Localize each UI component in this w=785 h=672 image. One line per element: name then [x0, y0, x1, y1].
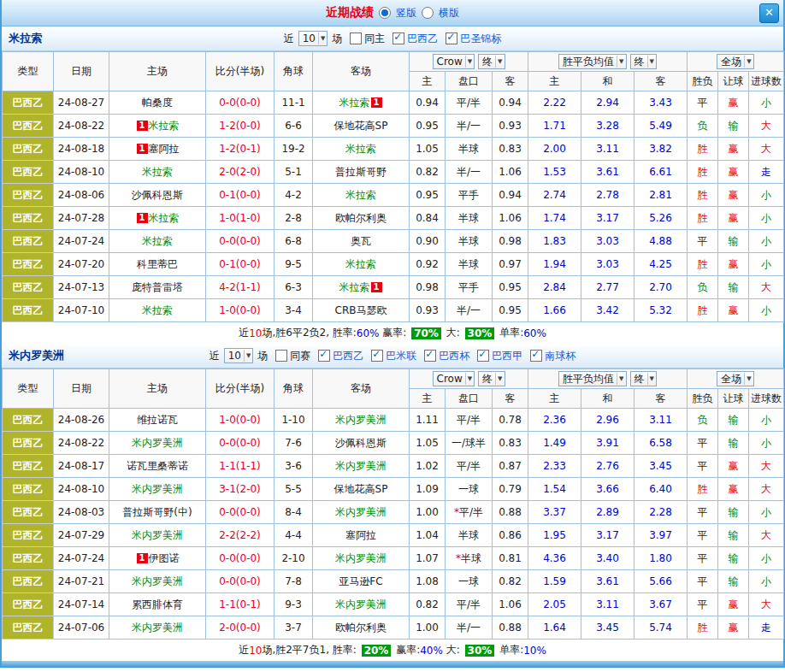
near-count-select[interactable]: 10▼: [298, 31, 328, 46]
avg-home-cell: 2.84: [528, 276, 581, 299]
sub-header: 让球: [718, 389, 749, 409]
avg-home-cell: 1.54: [528, 478, 581, 501]
result-cell: 负: [688, 276, 718, 299]
filter-label[interactable]: 巴圣锦标: [460, 32, 501, 46]
corner-cell: 8-4: [274, 501, 313, 524]
handicap-result-cell: 赢: [718, 593, 749, 616]
odds-source-select[interactable]: Crow▼: [433, 54, 475, 69]
match-row: 巴西乙24-08-10米拉索2-0(2-0)5-1普拉斯哥野0.82半/一1.0…: [3, 161, 784, 184]
rate-badge: 70%: [411, 327, 441, 339]
corner-cell: 6-3: [274, 276, 313, 299]
team-text: 米拉索: [339, 281, 370, 293]
layout-vertical-label[interactable]: 竖版: [396, 6, 416, 21]
result-cell: 平: [688, 455, 718, 478]
avg-home-cell: 2.22: [528, 91, 581, 115]
rank-badge: 1: [137, 553, 148, 563]
close-button[interactable]: ✕: [759, 3, 779, 23]
filter-checkbox[interactable]: [392, 32, 404, 44]
filter-checkbox[interactable]: [446, 32, 457, 44]
filter-checkbox[interactable]: [477, 350, 489, 362]
odds-header: Crow▼终▼: [410, 369, 528, 389]
dropdown-arrow-icon: ▼: [744, 56, 751, 68]
avg-home-cell: 1.71: [528, 115, 581, 138]
odds-away-cell: 1.06: [493, 593, 528, 616]
away-team-cell: 保地花高SP: [313, 478, 410, 501]
odds-final-select[interactable]: 终▼: [478, 371, 505, 386]
filter-label[interactable]: 同赛: [290, 349, 310, 363]
away-team-cell: 奥瓦: [313, 230, 410, 253]
filter-checkbox[interactable]: [350, 32, 362, 44]
layout-horizontal-radio[interactable]: [422, 7, 434, 19]
sub-header: 主: [410, 389, 446, 409]
home-team-cell: 1塞阿拉: [109, 138, 206, 161]
team-text: 米内罗美洲: [132, 622, 183, 634]
team-text: 沙佩科恩斯: [132, 189, 183, 201]
filter-label[interactable]: 巴西乙: [333, 349, 363, 363]
result-cell: 胜: [688, 138, 718, 161]
dropdown-arrow-icon: ▼: [495, 373, 502, 385]
team-text: 米拉索: [339, 97, 370, 109]
scope-select-value: 全场: [721, 56, 741, 68]
date-cell: 24-08-10: [54, 161, 109, 184]
rank-badge: 1: [137, 213, 148, 223]
scope-select[interactable]: 全场▼: [717, 371, 753, 386]
col-header: 比分(半场): [206, 369, 274, 409]
match-row: 巴西乙24-08-06沙佩科恩斯0-1(0-0)4-2米拉索0.95平手0.94…: [3, 184, 784, 207]
avg-select[interactable]: 胜平负均值▼: [558, 54, 626, 69]
away-team-cell: 欧帕尔利奥: [313, 616, 410, 640]
score-cell: 1-0(0-0): [206, 299, 274, 322]
odds-source-select[interactable]: Crow▼: [433, 371, 475, 386]
avg-final-select[interactable]: 终▼: [630, 371, 657, 386]
summary-text: 赢率:: [380, 326, 410, 340]
near-count-select[interactable]: 10▼: [224, 348, 254, 363]
filter-label[interactable]: 巴西杯: [439, 349, 469, 363]
corner-cell: 5-5: [274, 478, 313, 501]
avg-home-cell: 1.83: [528, 230, 581, 253]
handicap-result-cell: 赢: [718, 161, 749, 184]
filter-label[interactable]: 南球杯: [545, 349, 575, 363]
avg-final-select[interactable]: 终▼: [630, 54, 657, 69]
handicap-result-cell: 赢: [718, 253, 749, 276]
layout-vertical-radio[interactable]: [379, 7, 391, 19]
dropdown-arrow-icon: ▼: [617, 373, 623, 385]
layout-horizontal-label[interactable]: 横版: [439, 6, 459, 21]
handicap-line-cell: 一球: [446, 570, 493, 593]
filter-checkbox[interactable]: [371, 350, 383, 362]
avg-home-cell: 4.36: [528, 547, 581, 570]
goals-result-cell: 小: [749, 299, 784, 322]
handicap-line-cell: 一球: [446, 478, 493, 501]
odds-final-select[interactable]: 终▼: [478, 54, 505, 69]
sub-header: 客: [634, 72, 688, 91]
away-team-cell: 沙佩科恩斯: [313, 432, 410, 455]
sub-header: 客: [634, 389, 688, 409]
rank-badge: 1: [137, 121, 148, 131]
col-header: 日期: [54, 369, 109, 409]
avg-away-cell: 3.43: [634, 91, 688, 115]
result-cell: 平: [688, 593, 718, 616]
filter-label[interactable]: 巴西乙: [407, 32, 438, 46]
filter-checkbox[interactable]: [424, 350, 436, 362]
line-text: 半球: [461, 552, 481, 564]
handicap-line-cell: 半球: [446, 207, 493, 230]
odds-home-cell: 1.02: [410, 455, 446, 478]
avg-away-cell: 3.97: [634, 524, 688, 547]
avg-select[interactable]: 胜平负均值▼: [558, 371, 626, 386]
filter-checkbox[interactable]: [530, 350, 542, 362]
match-row: 巴西乙24-08-26维拉诺瓦1-0(0-0)1-10米内罗美洲1.11平/半0…: [3, 409, 784, 432]
home-team-cell: 米拉索: [109, 161, 206, 184]
away-team-cell: 欧帕尔利奥: [313, 207, 410, 230]
score-cell: 0-0(0-0): [206, 501, 274, 524]
scope-select[interactable]: 全场▼: [717, 54, 753, 69]
filter-checkbox[interactable]: [318, 350, 330, 362]
filter-label[interactable]: 巴西甲: [492, 349, 522, 363]
home-team-cell: 米拉索: [109, 230, 206, 253]
team-text: 米拉索: [142, 166, 173, 178]
handicap-line-cell: *平/半: [446, 501, 493, 524]
league-cell: 巴西乙: [3, 478, 54, 501]
filter-checkbox[interactable]: [275, 350, 287, 362]
goals-result-cell: 大: [749, 138, 784, 161]
avg-draw-cell: 3.45: [581, 616, 634, 640]
corner-cell: 6-8: [274, 230, 313, 253]
filter-label[interactable]: 同主: [364, 32, 385, 46]
filter-label[interactable]: 巴米联: [386, 349, 416, 363]
